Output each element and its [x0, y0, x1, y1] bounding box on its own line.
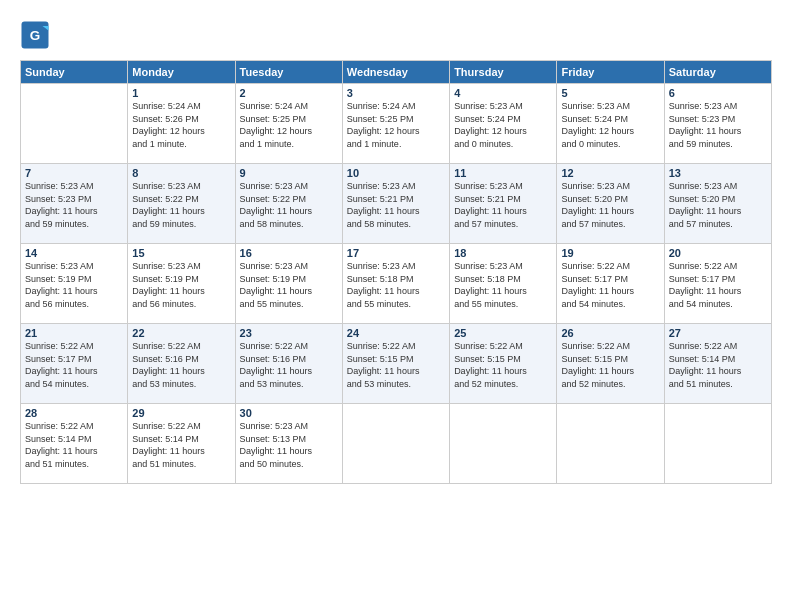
day-number: 9 — [240, 167, 338, 179]
day-number: 23 — [240, 327, 338, 339]
calendar-cell: 21Sunrise: 5:22 AM Sunset: 5:17 PM Dayli… — [21, 324, 128, 404]
day-info: Sunrise: 5:23 AM Sunset: 5:18 PM Dayligh… — [454, 260, 552, 310]
weekday-header: Sunday — [21, 61, 128, 84]
day-number: 11 — [454, 167, 552, 179]
calendar-cell: 2Sunrise: 5:24 AM Sunset: 5:25 PM Daylig… — [235, 84, 342, 164]
day-info: Sunrise: 5:22 AM Sunset: 5:15 PM Dayligh… — [454, 340, 552, 390]
day-info: Sunrise: 5:24 AM Sunset: 5:26 PM Dayligh… — [132, 100, 230, 150]
calendar-cell: 1Sunrise: 5:24 AM Sunset: 5:26 PM Daylig… — [128, 84, 235, 164]
calendar-cell: 11Sunrise: 5:23 AM Sunset: 5:21 PM Dayli… — [450, 164, 557, 244]
calendar-cell: 8Sunrise: 5:23 AM Sunset: 5:22 PM Daylig… — [128, 164, 235, 244]
calendar-cell: 26Sunrise: 5:22 AM Sunset: 5:15 PM Dayli… — [557, 324, 664, 404]
day-info: Sunrise: 5:23 AM Sunset: 5:19 PM Dayligh… — [25, 260, 123, 310]
day-number: 27 — [669, 327, 767, 339]
day-info: Sunrise: 5:23 AM Sunset: 5:21 PM Dayligh… — [454, 180, 552, 230]
day-info: Sunrise: 5:22 AM Sunset: 5:17 PM Dayligh… — [669, 260, 767, 310]
day-info: Sunrise: 5:22 AM Sunset: 5:14 PM Dayligh… — [132, 420, 230, 470]
weekday-header: Thursday — [450, 61, 557, 84]
calendar-week-row: 21Sunrise: 5:22 AM Sunset: 5:17 PM Dayli… — [21, 324, 772, 404]
day-info: Sunrise: 5:23 AM Sunset: 5:18 PM Dayligh… — [347, 260, 445, 310]
day-info: Sunrise: 5:22 AM Sunset: 5:17 PM Dayligh… — [561, 260, 659, 310]
day-number: 7 — [25, 167, 123, 179]
calendar-week-row: 1Sunrise: 5:24 AM Sunset: 5:26 PM Daylig… — [21, 84, 772, 164]
day-number: 3 — [347, 87, 445, 99]
calendar-cell: 27Sunrise: 5:22 AM Sunset: 5:14 PM Dayli… — [664, 324, 771, 404]
day-number: 24 — [347, 327, 445, 339]
svg-text:G: G — [30, 28, 41, 43]
day-info: Sunrise: 5:22 AM Sunset: 5:15 PM Dayligh… — [347, 340, 445, 390]
calendar-cell: 28Sunrise: 5:22 AM Sunset: 5:14 PM Dayli… — [21, 404, 128, 484]
day-number: 18 — [454, 247, 552, 259]
day-number: 21 — [25, 327, 123, 339]
day-number: 8 — [132, 167, 230, 179]
weekday-header: Saturday — [664, 61, 771, 84]
day-number: 17 — [347, 247, 445, 259]
calendar-cell: 14Sunrise: 5:23 AM Sunset: 5:19 PM Dayli… — [21, 244, 128, 324]
day-number: 6 — [669, 87, 767, 99]
day-number: 14 — [25, 247, 123, 259]
calendar-cell: 19Sunrise: 5:22 AM Sunset: 5:17 PM Dayli… — [557, 244, 664, 324]
day-info: Sunrise: 5:22 AM Sunset: 5:16 PM Dayligh… — [240, 340, 338, 390]
calendar-week-row: 7Sunrise: 5:23 AM Sunset: 5:23 PM Daylig… — [21, 164, 772, 244]
day-number: 12 — [561, 167, 659, 179]
header-row: SundayMondayTuesdayWednesdayThursdayFrid… — [21, 61, 772, 84]
day-info: Sunrise: 5:23 AM Sunset: 5:19 PM Dayligh… — [132, 260, 230, 310]
calendar-cell: 18Sunrise: 5:23 AM Sunset: 5:18 PM Dayli… — [450, 244, 557, 324]
calendar-cell — [557, 404, 664, 484]
calendar-cell: 3Sunrise: 5:24 AM Sunset: 5:25 PM Daylig… — [342, 84, 449, 164]
weekday-header: Tuesday — [235, 61, 342, 84]
day-info: Sunrise: 5:23 AM Sunset: 5:22 PM Dayligh… — [132, 180, 230, 230]
day-number: 28 — [25, 407, 123, 419]
calendar-cell: 29Sunrise: 5:22 AM Sunset: 5:14 PM Dayli… — [128, 404, 235, 484]
day-info: Sunrise: 5:23 AM Sunset: 5:13 PM Dayligh… — [240, 420, 338, 470]
day-number: 30 — [240, 407, 338, 419]
logo-icon: G — [20, 20, 50, 50]
day-info: Sunrise: 5:22 AM Sunset: 5:14 PM Dayligh… — [669, 340, 767, 390]
day-info: Sunrise: 5:23 AM Sunset: 5:20 PM Dayligh… — [561, 180, 659, 230]
calendar-cell: 4Sunrise: 5:23 AM Sunset: 5:24 PM Daylig… — [450, 84, 557, 164]
calendar-week-row: 14Sunrise: 5:23 AM Sunset: 5:19 PM Dayli… — [21, 244, 772, 324]
calendar-page: G SundayMondayTuesdayWednesdayThursdayFr… — [0, 0, 792, 612]
day-number: 5 — [561, 87, 659, 99]
calendar-cell: 30Sunrise: 5:23 AM Sunset: 5:13 PM Dayli… — [235, 404, 342, 484]
day-info: Sunrise: 5:23 AM Sunset: 5:22 PM Dayligh… — [240, 180, 338, 230]
weekday-header: Wednesday — [342, 61, 449, 84]
day-info: Sunrise: 5:23 AM Sunset: 5:23 PM Dayligh… — [669, 100, 767, 150]
header: G — [20, 20, 772, 50]
day-number: 13 — [669, 167, 767, 179]
day-info: Sunrise: 5:24 AM Sunset: 5:25 PM Dayligh… — [240, 100, 338, 150]
day-number: 22 — [132, 327, 230, 339]
day-number: 16 — [240, 247, 338, 259]
day-info: Sunrise: 5:23 AM Sunset: 5:20 PM Dayligh… — [669, 180, 767, 230]
day-info: Sunrise: 5:24 AM Sunset: 5:25 PM Dayligh… — [347, 100, 445, 150]
calendar-cell: 22Sunrise: 5:22 AM Sunset: 5:16 PM Dayli… — [128, 324, 235, 404]
day-info: Sunrise: 5:22 AM Sunset: 5:15 PM Dayligh… — [561, 340, 659, 390]
weekday-header: Monday — [128, 61, 235, 84]
day-number: 29 — [132, 407, 230, 419]
day-info: Sunrise: 5:22 AM Sunset: 5:16 PM Dayligh… — [132, 340, 230, 390]
calendar-cell: 10Sunrise: 5:23 AM Sunset: 5:21 PM Dayli… — [342, 164, 449, 244]
calendar-cell: 23Sunrise: 5:22 AM Sunset: 5:16 PM Dayli… — [235, 324, 342, 404]
day-number: 20 — [669, 247, 767, 259]
day-number: 25 — [454, 327, 552, 339]
calendar-cell: 13Sunrise: 5:23 AM Sunset: 5:20 PM Dayli… — [664, 164, 771, 244]
day-info: Sunrise: 5:23 AM Sunset: 5:23 PM Dayligh… — [25, 180, 123, 230]
calendar-cell: 12Sunrise: 5:23 AM Sunset: 5:20 PM Dayli… — [557, 164, 664, 244]
calendar-cell: 25Sunrise: 5:22 AM Sunset: 5:15 PM Dayli… — [450, 324, 557, 404]
day-number: 4 — [454, 87, 552, 99]
day-number: 2 — [240, 87, 338, 99]
day-number: 15 — [132, 247, 230, 259]
calendar-cell — [450, 404, 557, 484]
day-info: Sunrise: 5:23 AM Sunset: 5:19 PM Dayligh… — [240, 260, 338, 310]
logo: G — [20, 20, 54, 50]
calendar-cell — [21, 84, 128, 164]
calendar-cell: 16Sunrise: 5:23 AM Sunset: 5:19 PM Dayli… — [235, 244, 342, 324]
calendar-cell — [342, 404, 449, 484]
calendar-cell: 7Sunrise: 5:23 AM Sunset: 5:23 PM Daylig… — [21, 164, 128, 244]
day-number: 26 — [561, 327, 659, 339]
day-info: Sunrise: 5:23 AM Sunset: 5:24 PM Dayligh… — [561, 100, 659, 150]
calendar-week-row: 28Sunrise: 5:22 AM Sunset: 5:14 PM Dayli… — [21, 404, 772, 484]
calendar-cell: 9Sunrise: 5:23 AM Sunset: 5:22 PM Daylig… — [235, 164, 342, 244]
calendar-table: SundayMondayTuesdayWednesdayThursdayFrid… — [20, 60, 772, 484]
calendar-cell: 6Sunrise: 5:23 AM Sunset: 5:23 PM Daylig… — [664, 84, 771, 164]
